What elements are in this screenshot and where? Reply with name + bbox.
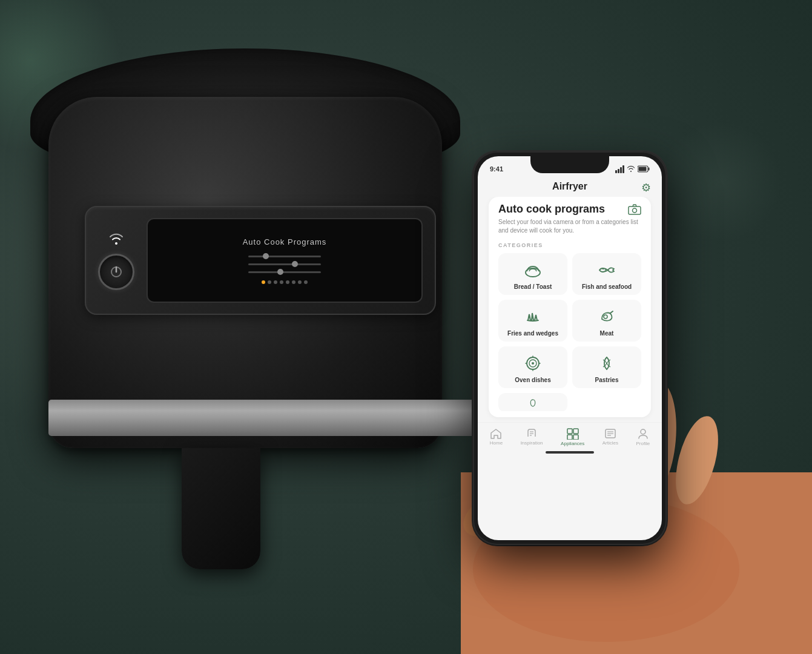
svg-rect-12 bbox=[649, 168, 650, 171]
app-header: Airfryer ⚙ bbox=[478, 178, 662, 197]
category-fries-wedges[interactable]: Fries and wedges bbox=[498, 300, 567, 342]
more-categories bbox=[498, 393, 641, 411]
categories-label: CATEGORIES bbox=[498, 242, 641, 248]
slider-3 bbox=[248, 271, 321, 273]
category-pastries[interactable]: Pastries bbox=[572, 346, 641, 388]
notch bbox=[530, 156, 609, 173]
oven-dishes-label: Oven dishes bbox=[515, 377, 550, 383]
pastries-label: Pastries bbox=[595, 377, 619, 383]
signal-bar-3 bbox=[620, 167, 622, 173]
hand-area: 9:41 bbox=[400, 109, 812, 654]
articles-icon bbox=[604, 428, 616, 439]
phone-body: 9:41 bbox=[473, 151, 667, 545]
display-screen: Auto Cook Programs bbox=[147, 218, 423, 303]
power-button[interactable] bbox=[98, 254, 134, 290]
battery-icon bbox=[638, 165, 650, 173]
nav-articles-label: Articles bbox=[602, 440, 618, 446]
section-title: Auto cook programs bbox=[498, 203, 605, 216]
dot-6 bbox=[292, 280, 295, 284]
airfryer-handle bbox=[182, 448, 260, 569]
phone: 9:41 bbox=[473, 151, 667, 545]
svg-rect-28 bbox=[567, 435, 572, 440]
main-content: Auto cook programs Select your food via … bbox=[478, 197, 662, 417]
slider-2 bbox=[248, 263, 321, 265]
camera-icon[interactable] bbox=[628, 204, 641, 215]
home-icon bbox=[490, 428, 502, 439]
slider-1 bbox=[248, 256, 321, 257]
panel-left bbox=[98, 231, 134, 290]
appliances-icon bbox=[566, 428, 579, 440]
meat-icon bbox=[597, 307, 616, 326]
svg-point-15 bbox=[633, 208, 637, 213]
dot-4 bbox=[280, 280, 283, 284]
signal-bar-2 bbox=[618, 169, 619, 173]
svg-point-17 bbox=[602, 268, 604, 269]
svg-point-18 bbox=[604, 315, 607, 319]
nav-profile-label: Profile bbox=[636, 441, 650, 446]
nav-profile[interactable]: Profile bbox=[636, 428, 650, 446]
page-dots bbox=[262, 280, 308, 284]
airfryer-main-body: Auto Cook Programs bbox=[48, 97, 442, 448]
svg-rect-29 bbox=[573, 435, 578, 440]
bottom-nav: Home Inspiration bbox=[478, 422, 662, 449]
svg-point-34 bbox=[641, 429, 645, 434]
category-meat[interactable]: Meat bbox=[572, 300, 641, 342]
nav-appliances[interactable]: Appliances bbox=[561, 428, 584, 446]
poultry-icon bbox=[527, 397, 539, 409]
settings-icon[interactable]: ⚙ bbox=[641, 181, 651, 194]
dot-2 bbox=[268, 280, 271, 284]
meat-label: Meat bbox=[600, 330, 614, 337]
wifi-icon bbox=[108, 231, 125, 245]
bread-icon bbox=[523, 260, 543, 280]
dot-5 bbox=[286, 280, 289, 284]
svg-rect-26 bbox=[567, 429, 572, 434]
nav-home[interactable]: Home bbox=[490, 428, 503, 446]
nav-inspiration-label: Inspiration bbox=[521, 440, 543, 446]
section-description: Select your food via camera or from a ca… bbox=[498, 218, 641, 235]
svg-rect-13 bbox=[639, 167, 647, 171]
app-title: Airfryer bbox=[552, 181, 587, 192]
nav-appliances-label: Appliances bbox=[561, 441, 584, 446]
slider-controls bbox=[248, 256, 321, 273]
nav-home-label: Home bbox=[490, 440, 503, 446]
wifi-status-icon bbox=[627, 165, 635, 173]
nav-inspiration[interactable]: Inspiration bbox=[521, 428, 543, 446]
dot-3 bbox=[274, 280, 277, 284]
profile-icon bbox=[637, 428, 649, 440]
control-panel: Auto Cook Programs bbox=[85, 206, 436, 315]
dot-7 bbox=[298, 280, 302, 284]
section-header: Auto cook programs bbox=[498, 203, 641, 218]
home-indicator bbox=[546, 451, 594, 454]
status-time: 9:41 bbox=[490, 165, 503, 173]
nav-articles[interactable]: Articles bbox=[602, 428, 618, 446]
fries-wedges-label: Fries and wedges bbox=[507, 330, 558, 337]
category-poultry-partial[interactable] bbox=[498, 393, 567, 411]
status-right bbox=[615, 165, 650, 173]
category-fish-seafood[interactable]: Fish and seafood bbox=[572, 253, 641, 295]
svg-rect-14 bbox=[629, 206, 641, 214]
signal-bar-4 bbox=[622, 165, 624, 173]
signal-bars bbox=[615, 165, 624, 173]
fish-seafood-label: Fish and seafood bbox=[582, 283, 632, 290]
svg-point-22 bbox=[532, 362, 534, 365]
power-icon bbox=[110, 265, 123, 279]
category-bread-toast[interactable]: Bread / Toast bbox=[498, 253, 567, 295]
pastries-icon bbox=[597, 354, 616, 373]
dot-8 bbox=[304, 280, 308, 284]
bread-toast-label: Bread / Toast bbox=[514, 283, 552, 290]
fries-icon bbox=[523, 307, 543, 326]
signal-bar-1 bbox=[615, 170, 617, 173]
dot-1 bbox=[262, 280, 265, 284]
categories-grid: Bread / Toast Fish and seafo bbox=[498, 253, 641, 388]
oven-icon bbox=[523, 354, 543, 373]
category-oven-dishes[interactable]: Oven dishes bbox=[498, 346, 567, 388]
fish-icon bbox=[597, 260, 616, 280]
airfryer: PHILIPS bbox=[30, 48, 454, 503]
inspiration-icon bbox=[526, 428, 538, 439]
phone-screen: 9:41 bbox=[478, 156, 662, 540]
svg-line-19 bbox=[610, 311, 613, 313]
auto-cook-section: Auto cook programs Select your food via … bbox=[489, 197, 651, 417]
screen-title: Auto Cook Programs bbox=[243, 237, 327, 246]
svg-rect-27 bbox=[573, 429, 578, 434]
